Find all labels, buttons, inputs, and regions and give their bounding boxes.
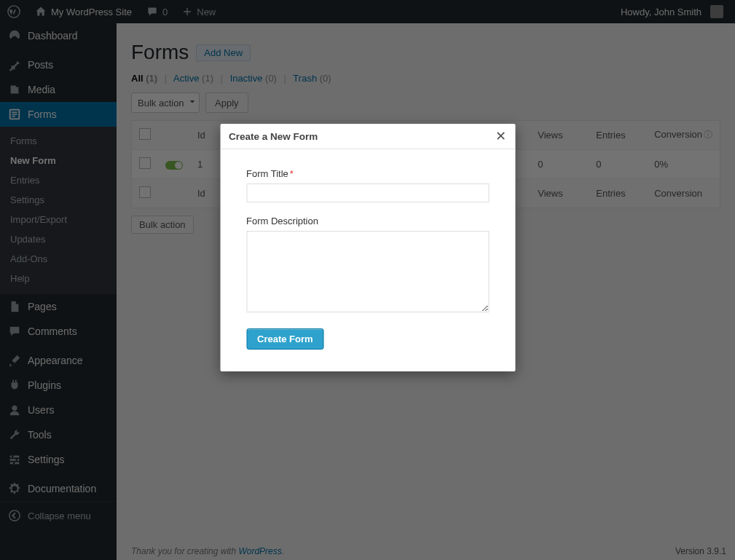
close-icon[interactable]: ✕ (495, 130, 506, 143)
create-form-modal: Create a New Form ✕ Form Title* Form Des… (220, 124, 515, 371)
form-description-label: Form Description (246, 216, 489, 226)
modal-title: Create a New Form (229, 131, 318, 142)
required-indicator: * (290, 168, 294, 179)
form-title-input[interactable] (246, 184, 489, 202)
form-description-textarea[interactable] (246, 231, 489, 312)
form-title-label: Form Title* (246, 168, 489, 179)
create-form-button[interactable]: Create Form (246, 328, 324, 350)
